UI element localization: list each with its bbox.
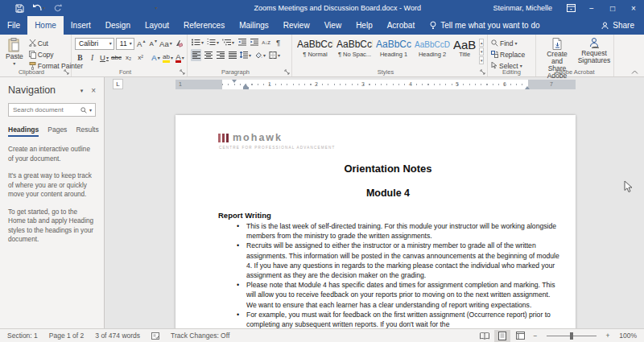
tab-layout[interactable]: Layout <box>138 16 176 35</box>
nav-tab-pages[interactable]: Pages <box>47 126 67 137</box>
search-icon[interactable] <box>80 107 87 113</box>
document-page[interactable]: mohawk CENTRE FOR PROFESSIONAL ADVANCEME… <box>175 115 576 328</box>
request-signatures-label: Request Signatures <box>578 50 611 64</box>
undo-caret-icon[interactable]: ▾ <box>43 6 45 10</box>
styles-scroll-down-button[interactable]: ▾ <box>479 47 484 56</box>
style-normal[interactable]: AaBbCcI ¶ Normal <box>297 37 333 58</box>
styles-scroll-up-button[interactable]: ▴ <box>479 39 484 47</box>
borders-button[interactable]: ▾ <box>268 49 281 61</box>
align-right-button[interactable] <box>215 49 225 61</box>
underline-button[interactable]: U▾ <box>99 52 109 64</box>
share-button[interactable]: Share <box>592 16 644 35</box>
bullets-icon <box>192 39 200 46</box>
tab-review[interactable]: Review <box>276 16 317 35</box>
align-left-button[interactable] <box>191 49 201 61</box>
font-dialog-launcher[interactable] <box>180 69 185 75</box>
multilevel-list-button[interactable]: ▾ <box>221 36 235 48</box>
navigation-close-icon[interactable]: × <box>91 86 96 95</box>
style-heading2[interactable]: AaBbCcD Heading 2 <box>415 37 450 58</box>
print-layout-button[interactable] <box>494 330 510 342</box>
highlight-color-button[interactable]: ab▾ <box>163 52 173 64</box>
style-heading1[interactable]: AaBbCc Heading 1 <box>376 37 411 58</box>
tab-help[interactable]: Help <box>349 16 380 35</box>
align-center-button[interactable] <box>203 49 213 61</box>
request-signatures-button[interactable]: Request Signatures <box>578 37 610 65</box>
minimize-button[interactable]: − <box>581 0 602 16</box>
account-name[interactable]: Steinmar, Michelle <box>485 4 560 12</box>
justify-icon <box>229 52 237 59</box>
bullets-button[interactable]: ▾ <box>191 36 204 48</box>
clear-formatting-button[interactable] <box>173 38 184 50</box>
qat-customize-button[interactable]: ▾ <box>147 0 166 16</box>
save-button[interactable] <box>10 0 29 16</box>
font-size-combo[interactable]: 11▾ <box>116 38 134 50</box>
undo-button[interactable]: ▾ <box>29 0 48 16</box>
shrink-font-button[interactable]: A▾ <box>148 38 159 50</box>
font-name-combo[interactable]: Calibri▾ <box>75 38 114 50</box>
word-count[interactable]: 3 of 474 words <box>89 332 146 340</box>
tab-acrobat[interactable]: Acrobat <box>380 16 422 35</box>
ribbon-display-options-button[interactable] <box>560 0 581 16</box>
web-layout-button[interactable] <box>512 330 528 342</box>
font-color-button[interactable]: A▾ <box>175 52 185 64</box>
tab-file[interactable]: File <box>0 16 27 35</box>
read-mode-button[interactable] <box>477 330 493 342</box>
tab-home[interactable]: Home <box>27 16 64 35</box>
numbering-button[interactable]: ▾ <box>206 36 220 48</box>
text-effects-button[interactable]: A▾ <box>151 52 161 64</box>
style-no-spacing[interactable]: AaBbCcI ¶ No Spac... <box>336 37 373 58</box>
paste-button[interactable]: Paste ▾ <box>3 37 26 67</box>
line-spacing-button[interactable]: ▾ <box>239 49 252 61</box>
paragraph-dialog-launcher[interactable] <box>284 69 290 75</box>
sort-button[interactable]: A↓Z <box>261 36 271 48</box>
tab-view[interactable]: View <box>317 16 349 35</box>
search-options-caret-icon[interactable]: ▾ <box>89 108 92 113</box>
clipboard-dialog-launcher[interactable] <box>64 69 69 75</box>
style-title[interactable]: AaB Title <box>453 37 476 58</box>
change-case-button[interactable]: Aa▾ <box>160 38 171 50</box>
tab-references[interactable]: References <box>176 16 232 35</box>
tell-me-box[interactable]: Tell me what you want to do <box>422 16 547 35</box>
nav-tab-results[interactable]: Results <box>76 126 98 137</box>
section-indicator[interactable]: Section: 1 <box>7 332 43 340</box>
tab-mailings[interactable]: Mailings <box>232 16 276 35</box>
close-button[interactable]: × <box>623 0 644 16</box>
search-input[interactable] <box>13 106 78 113</box>
shading-button[interactable]: ▾ <box>254 49 266 61</box>
zoom-in-button[interactable]: + <box>602 330 613 342</box>
right-indent-marker[interactable] <box>525 86 530 89</box>
grow-font-button[interactable]: A▴ <box>136 38 147 50</box>
zoom-out-button[interactable]: − <box>530 330 541 342</box>
justify-button[interactable] <box>227 49 237 61</box>
italic-button[interactable]: I <box>87 52 97 64</box>
styles-more-button[interactable]: ▾ <box>479 56 484 64</box>
zoom-slider[interactable] <box>547 336 597 336</box>
page-indicator[interactable]: Page 1 of 2 <box>43 332 89 340</box>
subscript-button[interactable]: x₂ <box>123 52 134 64</box>
find-button[interactable]: Find ▾ <box>491 38 525 48</box>
tab-stop-selector[interactable]: L <box>113 79 123 89</box>
search-box[interactable]: ▾ <box>8 103 96 117</box>
repeat-button[interactable] <box>48 0 68 16</box>
left-indent-marker[interactable] <box>243 87 249 89</box>
strikethrough-button[interactable]: abc <box>111 52 122 64</box>
tab-insert[interactable]: Insert <box>64 16 98 35</box>
show-hide-pilcrow-button[interactable]: ¶ <box>273 36 283 48</box>
nav-tab-headings[interactable]: Headings <box>8 126 39 137</box>
maximize-button[interactable]: □ <box>602 0 623 16</box>
replace-button[interactable]: Replace <box>491 49 525 60</box>
zoom-level[interactable]: 100% <box>614 332 637 340</box>
collapse-ribbon-button[interactable] <box>631 70 638 74</box>
tab-design[interactable]: Design <box>98 16 138 35</box>
zoom-slider-thumb[interactable] <box>570 332 573 340</box>
bold-button[interactable]: B <box>75 52 85 64</box>
superscript-button[interactable]: x² <box>135 52 146 64</box>
navigation-options-caret-icon[interactable]: ▾ <box>80 88 84 93</box>
decrease-indent-button[interactable] <box>237 36 247 48</box>
track-changes-indicator[interactable]: Track Changes: Off <box>165 332 235 340</box>
increase-indent-button[interactable] <box>249 36 259 48</box>
first-line-indent-marker[interactable] <box>232 80 237 83</box>
proofing-status-button[interactable] <box>146 332 165 340</box>
horizontal-ruler[interactable]: 1 1 2 3 4 5 6 7 <box>175 80 576 89</box>
styles-dialog-launcher[interactable] <box>480 69 485 75</box>
